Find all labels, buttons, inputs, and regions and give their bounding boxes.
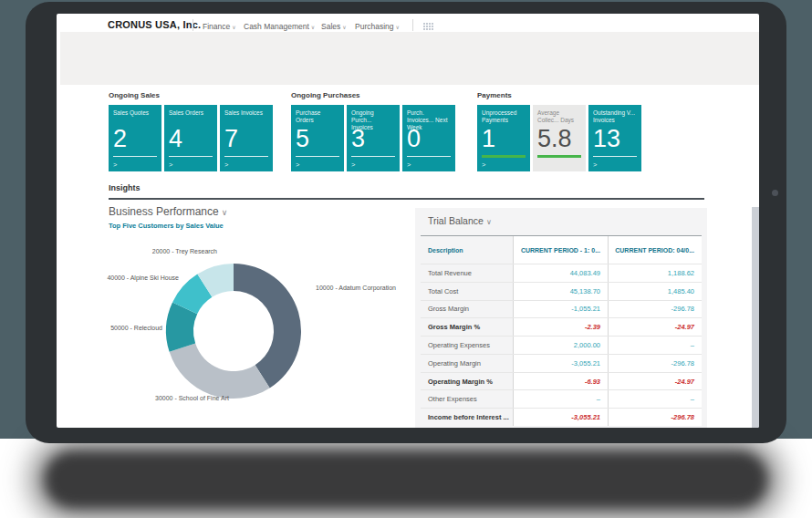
chevron-right-icon: >	[593, 161, 597, 169]
amount-cell[interactable]: 45,138.70	[513, 283, 608, 300]
table-row: Operating Margin % -6.93 -24.97	[421, 373, 702, 391]
trial-balance-title: Trial Balance	[428, 215, 484, 226]
amount-cell[interactable]: -6.93	[513, 373, 608, 390]
tile-group-payments: Payments Unprocessed Payments 1 > Averag…	[477, 91, 641, 171]
chevron-right-icon: >	[296, 161, 299, 169]
table-row: Gross Margin -1,055.21 -296.78	[421, 301, 702, 319]
tile-group-title: Ongoing Sales	[109, 91, 273, 99]
amount-cell[interactable]: 1,485.40	[608, 283, 702, 300]
amount-cell[interactable]: -1,055.21	[513, 301, 608, 318]
trial-balance-dropdown[interactable]: Trial Balance∨	[428, 215, 492, 226]
hero-band	[60, 32, 759, 85]
tile-value: 7	[224, 126, 238, 153]
table-row: Gross Margin % -2.39 -24.97	[421, 318, 702, 337]
tablet-device: CRONUS USA, Inc. Finance∨ Cash Managemen…	[26, 2, 786, 443]
donut-segment[interactable]	[234, 264, 301, 388]
row-description: Total Revenue	[421, 264, 513, 282]
amount-cell[interactable]: -24.97	[608, 373, 702, 390]
tile-purchase-orders[interactable]: Purchase Orders 5 >	[291, 105, 344, 171]
column-header-description: Description	[421, 236, 513, 264]
tile-underline	[224, 156, 268, 157]
tile-sales-invoices[interactable]: Sales Invoices 7 >	[220, 105, 273, 171]
tile-sales-quotes[interactable]: Sales Quotes 2 >	[109, 105, 161, 171]
tile-label: Average Collec... Days	[537, 109, 581, 124]
table-row: Operating Margin -3,055.21 -296.78	[421, 355, 702, 373]
chevron-down-icon: ∨	[486, 218, 492, 226]
chevron-right-icon: >	[113, 161, 117, 169]
chart-title: Top Five Customers by Sales Value	[109, 222, 224, 230]
column-header-current-period: CURRENT PERIOD: 04/0...	[608, 236, 702, 264]
nav-menu-purchasing[interactable]: Purchasing∨	[355, 22, 400, 31]
amount-cell[interactable]: 2,000.00	[513, 337, 608, 354]
tile-average-collection-days[interactable]: Average Collec... Days 5.8	[533, 105, 586, 171]
chevron-right-icon: >	[482, 161, 485, 169]
chevron-down-icon: ∨	[232, 25, 235, 30]
tile-group-title: Ongoing Purchases	[291, 91, 455, 99]
row-description: Operating Margin %	[421, 373, 513, 390]
table-row: Total Cost 45,138.70 1,485.40	[421, 283, 702, 301]
tile-group-title: Payments	[477, 91, 641, 99]
page-edge-strip	[752, 207, 759, 428]
amount-cell[interactable]: -296.78	[608, 409, 702, 426]
tile-underline	[593, 156, 637, 157]
tile-underline	[407, 156, 451, 157]
nav-menu-finance[interactable]: Finance∨	[203, 22, 236, 31]
tile-label: Purchase Orders	[296, 109, 339, 124]
table-row: Total Revenue 44,083.49 1,188.62	[421, 264, 702, 283]
amount-cell[interactable]: -3,055.21	[513, 355, 608, 372]
tile-group-ongoing-purchases: Ongoing Purchases Purchase Orders 5 > On…	[291, 91, 455, 171]
trial-balance-panel: Trial Balance∨ Description CURRENT PERIO…	[415, 208, 707, 428]
amount-cell[interactable]: –	[608, 337, 702, 354]
tile-purchase-invoices-next-week[interactable]: Purch. Invoices... Next Week 0 >	[402, 105, 455, 171]
insights-section-title: Insights	[109, 183, 141, 192]
tile-unprocessed-payments[interactable]: Unprocessed Payments 1 >	[477, 105, 530, 171]
chevron-right-icon: >	[407, 161, 411, 169]
table-row: Operating Expenses 2,000.00 –	[421, 337, 702, 355]
tile-value: 1	[482, 126, 495, 153]
tile-underline	[169, 156, 213, 157]
row-description: Other Expenses	[421, 390, 513, 408]
tile-underline	[351, 156, 395, 157]
tile-progress-bar	[537, 155, 581, 158]
amount-cell[interactable]: –	[513, 390, 608, 408]
tile-label: Sales Orders	[169, 109, 213, 117]
tile-underline	[296, 156, 339, 157]
table-header-row: Description CURRENT PERIOD - 1: 0... CUR…	[421, 236, 702, 264]
tile-ongoing-purchase-invoices[interactable]: Ongoing Purch... Invoices 3 >	[347, 105, 400, 171]
tile-label: Sales Quotes	[113, 109, 157, 117]
tile-label: Sales Invoices	[224, 109, 268, 117]
chevron-down-icon: ∨	[222, 208, 228, 217]
trial-balance-table: Description CURRENT PERIOD - 1: 0... CUR…	[421, 235, 702, 426]
business-performance-dropdown[interactable]: Business Performance∨	[109, 205, 227, 218]
tablet-shadow	[44, 451, 768, 509]
donut-segment[interactable]	[170, 344, 270, 399]
nav-menu-cash-management[interactable]: Cash Management∨	[244, 22, 315, 31]
camera-dot	[772, 190, 778, 196]
chart-label-trey-research: 20000 - Trey Research	[108, 248, 217, 254]
apps-grid-icon[interactable]	[423, 22, 434, 30]
donut-chart	[161, 258, 307, 404]
amount-cell[interactable]: -296.78	[608, 355, 702, 372]
tile-outstanding-vendor-invoices[interactable]: Outstanding V... Invoices 13 >	[588, 105, 641, 171]
tile-progress-bar	[482, 155, 526, 158]
chevron-down-icon: ∨	[311, 25, 315, 30]
nav-menu-label: Finance	[203, 22, 230, 31]
amount-cell[interactable]: 1,188.62	[608, 264, 702, 282]
row-description: Gross Margin %	[421, 318, 513, 336]
chevron-right-icon: >	[224, 161, 228, 169]
tile-value: 5.8	[537, 126, 572, 153]
tile-value: 4	[169, 126, 182, 153]
nav-divider	[193, 19, 193, 31]
tile-group-ongoing-sales: Ongoing Sales Sales Quotes 2 > Sales Ord…	[109, 91, 273, 171]
amount-cell[interactable]: -2.39	[513, 318, 608, 336]
nav-menu-sales[interactable]: Sales∨	[321, 22, 347, 31]
amount-cell[interactable]: -3,055.21	[513, 409, 608, 426]
amount-cell[interactable]: -24.97	[608, 318, 702, 336]
amount-cell[interactable]: 44,083.49	[513, 264, 608, 282]
amount-cell[interactable]: –	[608, 390, 702, 408]
tile-underline	[113, 156, 157, 157]
tile-sales-orders[interactable]: Sales Orders 4 >	[164, 105, 217, 171]
amount-cell[interactable]: -296.78	[608, 301, 702, 318]
company-name: CRONUS USA, Inc.	[108, 19, 201, 30]
tile-value: 3	[351, 126, 365, 153]
